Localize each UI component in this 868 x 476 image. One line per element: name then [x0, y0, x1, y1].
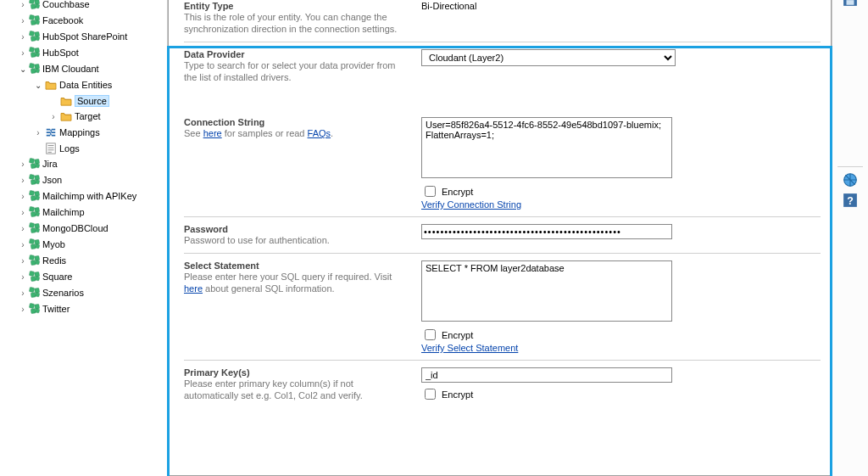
tree-item-label[interactable]: Mailchimp [42, 207, 85, 217]
connection-string-input[interactable] [421, 117, 672, 178]
tree-item-label[interactable]: Logs [59, 143, 80, 154]
svg-rect-59 [31, 309, 36, 314]
tree-item[interactable]: ›Szenarios [19, 285, 164, 301]
svg-rect-3 [36, 4, 40, 8]
connection-string-samples-link[interactable]: here [203, 128, 222, 138]
tree-item-label[interactable]: MongoDBCloud [42, 223, 108, 233]
tree-item[interactable]: ›Twitter [19, 301, 164, 317]
tree-item-label[interactable]: Jira [42, 159, 58, 169]
tree-item[interactable]: ⌄Data EntitiesSource›Target [34, 77, 164, 125]
select-statement-help-link[interactable]: here [184, 283, 203, 294]
tree-item-label[interactable]: Json [42, 175, 62, 185]
tree-item[interactable]: ›Mappings [34, 125, 164, 141]
tree-item[interactable]: Source [49, 93, 164, 109]
puzzle-icon [29, 255, 41, 266]
svg-rect-36 [36, 212, 40, 216]
tree-item-label[interactable]: Mailchimp with APIKey [42, 191, 136, 201]
svg-rect-38 [35, 223, 40, 228]
tree-item[interactable]: ›Mailchimp with APIKey [19, 188, 164, 204]
puzzle-icon [29, 222, 41, 234]
tree-item-label[interactable]: Square [42, 272, 72, 282]
tree-item[interactable]: ›HubSpot SharePoint [19, 29, 164, 45]
tree-item[interactable]: ›Square [19, 269, 164, 285]
tree-item-label[interactable]: Facebook [42, 15, 83, 25]
select-statement-encrypt-checkbox[interactable] [425, 329, 436, 340]
chevron-right-icon[interactable]: › [19, 14, 27, 29]
svg-rect-44 [36, 244, 40, 249]
tree-item[interactable]: ›Redis [19, 253, 164, 269]
password-desc: Password to use for authentication. [184, 234, 406, 246]
tree-item[interactable]: ›HubSpot [19, 45, 164, 61]
puzzle-icon [29, 0, 41, 10]
chevron-right-icon[interactable]: › [19, 30, 27, 45]
tree-item-label[interactable]: Redis [42, 255, 66, 266]
data-provider-select[interactable]: Cloudant (Layer2) [421, 49, 676, 66]
primary-keys-encrypt-checkbox[interactable] [425, 389, 436, 400]
chevron-right-icon[interactable]: › [19, 254, 27, 269]
tree-item[interactable]: ›Json [19, 172, 164, 188]
tree-item-label[interactable]: HubSpot [42, 48, 79, 58]
svg-rect-5 [35, 15, 40, 20]
chevron-right-icon[interactable]: › [19, 302, 27, 317]
connection-string-desc: See here for samples or read FAQs. [184, 127, 406, 139]
chevron-right-icon[interactable]: › [19, 0, 27, 13]
chevron-right-icon[interactable]: › [19, 46, 27, 61]
tree-item-label[interactable]: Target [75, 111, 101, 121]
svg-rect-50 [35, 272, 40, 277]
data-provider-title: Data Provider [184, 49, 406, 59]
globe-icon[interactable] [843, 172, 858, 188]
chevron-down-icon[interactable]: ⌄ [34, 78, 42, 93]
tree-item[interactable]: ›Mailchimp [19, 204, 164, 221]
tree-item-label[interactable]: Twitter [42, 304, 70, 314]
tree-item[interactable]: ›Facebook [19, 13, 164, 29]
select-statement-input[interactable] [421, 260, 672, 322]
tree-item-label[interactable]: Couchbase [42, 0, 90, 9]
tree-item-label[interactable]: Source [75, 95, 109, 107]
connections-tree[interactable]: ›Couchbase›Facebook›HubSpot SharePoint›H… [0, 0, 168, 476]
chevron-down-icon[interactable]: ⌄ [19, 62, 27, 77]
svg-rect-43 [31, 244, 36, 249]
save-icon[interactable] [843, 0, 858, 7]
svg-rect-53 [29, 287, 34, 292]
svg-rect-26 [35, 175, 40, 180]
svg-rect-33 [29, 206, 34, 211]
tree-item[interactable]: ›Target [49, 109, 164, 125]
tree-item[interactable]: ⌄IBM Cloudant⌄Data EntitiesSource›Target… [19, 61, 164, 156]
primary-keys-desc: Please enter primary key column(s) if no… [184, 378, 406, 401]
verify-select-statement-link[interactable]: Verify Select Statement [421, 343, 518, 353]
connection-string-encrypt-checkbox[interactable] [425, 186, 436, 197]
puzzle-icon [29, 238, 41, 250]
chevron-right-icon[interactable]: › [34, 126, 42, 141]
tree-item[interactable]: ›Jira [19, 156, 164, 172]
puzzle-icon [29, 63, 41, 75]
svg-rect-13 [35, 48, 40, 53]
chevron-right-icon[interactable]: › [19, 286, 27, 301]
tree-item[interactable]: Logs [34, 141, 164, 156]
help-icon[interactable]: ? [843, 193, 858, 208]
chevron-right-icon[interactable]: › [19, 189, 27, 204]
tree-item-label[interactable]: HubSpot SharePoint [42, 31, 127, 42]
puzzle-icon [29, 14, 41, 26]
tree-item[interactable]: ›Myob [19, 237, 164, 253]
tree-item-label[interactable]: Myob [42, 239, 65, 249]
chevron-right-icon[interactable]: › [19, 221, 27, 237]
chevron-right-icon[interactable]: › [19, 173, 27, 188]
tree-item[interactable]: ›Couchbase [19, 0, 164, 13]
chevron-right-icon[interactable]: › [19, 270, 27, 285]
chevron-right-icon[interactable]: › [19, 205, 27, 221]
svg-rect-54 [35, 288, 40, 293]
chevron-right-icon[interactable]: › [19, 157, 27, 172]
chevron-right-icon[interactable]: › [49, 109, 58, 125]
svg-rect-1 [35, 0, 40, 4]
verify-connection-string-link[interactable]: Verify Connection String [421, 199, 521, 210]
password-input[interactable] [421, 224, 672, 239]
tree-item-label[interactable]: Mappings [59, 127, 100, 137]
svg-rect-29 [29, 190, 34, 195]
tree-item[interactable]: ›MongoDBCloud [19, 221, 164, 237]
connection-string-faqs-link[interactable]: FAQs [308, 128, 331, 138]
primary-keys-input[interactable] [421, 367, 672, 383]
tree-item-label[interactable]: IBM Cloudant [42, 64, 99, 74]
tree-item-label[interactable]: Szenarios [42, 288, 84, 298]
chevron-right-icon[interactable]: › [19, 238, 27, 253]
tree-item-label[interactable]: Data Entities [59, 80, 112, 90]
